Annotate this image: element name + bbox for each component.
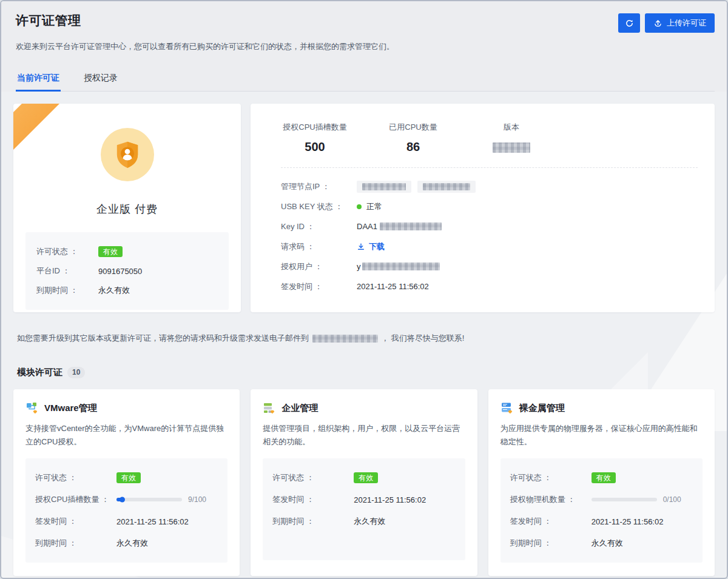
edition-license-card: 企业版 付费 许可状态 ： 有效 平台ID ： 9091675050 到期时间 … bbox=[13, 104, 241, 312]
issue-time-label: 签发时间 ： bbox=[510, 516, 592, 527]
machine-quota-text: 0/100 bbox=[663, 495, 681, 504]
divider bbox=[281, 167, 698, 168]
stat-authorized-cpu: 授权CPU插槽数量 500 bbox=[281, 122, 349, 154]
license-status-badge: 有效 bbox=[592, 472, 616, 483]
expire-time-value: 永久有效 bbox=[592, 538, 623, 549]
redacted-ip bbox=[362, 183, 406, 190]
enterprise-module-icon bbox=[263, 401, 276, 415]
module-description: 提供管理项目，组织架构，用户，权限，以及云平台运营相关的功能。 bbox=[263, 422, 465, 450]
stat-version-redacted bbox=[477, 140, 545, 154]
machine-quota-row: 授权物理机数量 ： 0/100 bbox=[510, 489, 693, 510]
refresh-button[interactable] bbox=[618, 13, 640, 33]
module-card-vmware: VMware管理 支持接管vCenter的全功能，为VMware的计算节点提供独… bbox=[13, 389, 240, 576]
content-area: 企业版 付费 许可状态 ： 有效 平台ID ： 9091675050 到期时间 … bbox=[1, 92, 727, 579]
page-title: 许可证管理 bbox=[16, 12, 81, 29]
platform-id-row: 平台ID ： 9091675050 bbox=[36, 261, 218, 281]
issue-time-row: 签发时间 ： 2021-11-25 11:56:02 bbox=[281, 276, 698, 296]
module-count-badge: 10 bbox=[67, 367, 85, 378]
upload-license-label: 上传许可证 bbox=[667, 18, 706, 28]
authorized-user-row: 授权用户 ： y bbox=[281, 256, 698, 276]
expire-time-row: 到期时间 ： 永久有效 bbox=[272, 510, 455, 532]
request-code-label: 请求码 ： bbox=[281, 241, 357, 252]
page-header: 许可证管理 bbox=[1, 1, 727, 92]
tab-authorization-records[interactable]: 授权记录 bbox=[83, 68, 119, 91]
notice-text-before: 如您需要升级到其它版本或更新许可证，请将您的请求码和升级需求发送电子邮件到 bbox=[17, 333, 309, 343]
license-detail-card: 授权CPU插槽数量 500 已用CPU数量 86 版本 bbox=[251, 104, 715, 312]
tab-current-license[interactable]: 当前许可证 bbox=[16, 68, 61, 91]
module-card-enterprise: 企业管理 提供管理项目，组织架构，用户，权限，以及云平台运营相关的功能。 许可状… bbox=[251, 389, 477, 576]
expire-time-row: 到期时间 ： 永久有效 bbox=[36, 281, 218, 300]
stat-label: 已用CPU数量 bbox=[379, 122, 447, 133]
management-ip-chip bbox=[357, 181, 411, 193]
expire-time-value: 永久有效 bbox=[354, 516, 385, 527]
module-info-panel: 许可状态 ： 有效 签发时间 ： 2021-11-25 11:56:02 到期时… bbox=[263, 458, 465, 560]
stat-value: 86 bbox=[379, 140, 447, 154]
cpu-quota-text: 9/100 bbox=[188, 495, 206, 504]
stat-label: 版本 bbox=[477, 122, 545, 133]
issue-time-value: 2021-11-25 11:56:02 bbox=[357, 282, 429, 291]
expire-time-label: 到期时间 ： bbox=[36, 285, 98, 296]
license-shield-icon bbox=[101, 128, 154, 181]
platform-id-value: 9091675050 bbox=[98, 267, 142, 276]
redacted-version bbox=[493, 142, 530, 153]
download-icon bbox=[357, 243, 365, 251]
platform-id-label: 平台ID ： bbox=[36, 266, 98, 276]
license-status-row: 许可状态 ： 有效 bbox=[35, 467, 218, 489]
expire-time-label: 到期时间 ： bbox=[272, 516, 354, 527]
module-description: 为应用提供专属的物理服务器，保证核心应用的高性能和稳定性。 bbox=[500, 422, 703, 450]
license-status-label: 许可状态 ： bbox=[272, 472, 354, 483]
management-ip-label: 管理节点IP ： bbox=[281, 181, 357, 192]
vmware-module-icon bbox=[25, 401, 39, 415]
module-card-baremetal: 裸金属管理 为应用提供专属的物理服务器，保证核心应用的高性能和稳定性。 许可状态… bbox=[488, 389, 715, 576]
module-license-section-head: 模块许可证 10 bbox=[17, 367, 711, 378]
issue-time-value: 2021-11-25 11:56:02 bbox=[354, 495, 426, 504]
expire-time-label: 到期时间 ： bbox=[35, 538, 116, 549]
edition-name: 企业版 付费 bbox=[96, 202, 158, 216]
stat-used-cpu: 已用CPU数量 86 bbox=[379, 122, 447, 154]
baremetal-module-icon bbox=[500, 401, 514, 415]
module-name: VMware管理 bbox=[44, 403, 97, 414]
header-actions: 上传许可证 bbox=[618, 13, 715, 33]
cpu-quota-label: 授权CPU插槽数量 ： bbox=[35, 494, 116, 505]
issue-time-value: 2021-11-25 11:56:02 bbox=[592, 517, 664, 526]
refresh-icon bbox=[625, 19, 634, 28]
management-ip-row: 管理节点IP ： bbox=[281, 176, 698, 196]
module-name: 企业管理 bbox=[281, 403, 318, 414]
download-label: 下载 bbox=[369, 241, 385, 252]
license-status-badge: 有效 bbox=[116, 472, 141, 483]
expire-time-row: 到期时间 ： 永久有效 bbox=[35, 532, 218, 554]
key-id-row: Key ID ： DAA1 bbox=[281, 216, 698, 236]
key-id-label: Key ID ： bbox=[281, 221, 357, 232]
upload-license-button[interactable]: 上传许可证 bbox=[645, 13, 715, 33]
module-name: 裸金属管理 bbox=[519, 403, 565, 414]
expire-time-row: 到期时间 ： 永久有效 bbox=[510, 532, 693, 554]
license-status-label: 许可状态 ： bbox=[36, 246, 98, 257]
request-code-row: 请求码 ： 下载 bbox=[281, 236, 698, 256]
management-ip-chip bbox=[417, 181, 476, 193]
machine-quota-label: 授权物理机数量 ： bbox=[510, 494, 592, 505]
issue-time-row: 签发时间 ： 2021-11-25 11:56:02 bbox=[510, 510, 693, 532]
license-status-label: 许可状态 ： bbox=[510, 472, 592, 483]
redacted-ip bbox=[423, 183, 470, 190]
stat-value: 500 bbox=[281, 140, 349, 154]
usb-key-status-row: USB KEY 状态 ： 正常 bbox=[281, 196, 698, 216]
usb-key-status-label: USB KEY 状态 ： bbox=[281, 201, 357, 212]
download-request-code-link[interactable]: 下载 bbox=[357, 241, 385, 252]
expire-time-label: 到期时间 ： bbox=[510, 538, 592, 549]
expire-time-value: 永久有效 bbox=[116, 538, 148, 549]
license-status-badge: 有效 bbox=[98, 246, 123, 257]
license-status-row: 许可状态 ： 有效 bbox=[36, 242, 218, 261]
corner-ribbon bbox=[13, 104, 72, 162]
authorized-user-prefix: y bbox=[357, 262, 361, 271]
cpu-quota-row: 授权CPU插槽数量 ： 9/100 bbox=[35, 489, 218, 510]
machine-quota-progressbar bbox=[592, 498, 657, 501]
status-dot-icon bbox=[357, 204, 362, 209]
module-info-panel: 许可状态 ： 有效 授权物理机数量 ： 0/100 签发时间 ： bbox=[500, 458, 703, 563]
upload-icon bbox=[653, 19, 662, 28]
cpu-quota-progressbar bbox=[116, 498, 182, 501]
issue-time-row: 签发时间 ： 2021-11-25 11:56:02 bbox=[272, 489, 455, 510]
tab-bar: 当前许可证 授权记录 bbox=[16, 68, 715, 92]
redacted-email bbox=[312, 335, 378, 343]
authorized-user-label: 授权用户 ： bbox=[281, 261, 357, 272]
stat-label: 授权CPU插槽数量 bbox=[281, 122, 349, 133]
